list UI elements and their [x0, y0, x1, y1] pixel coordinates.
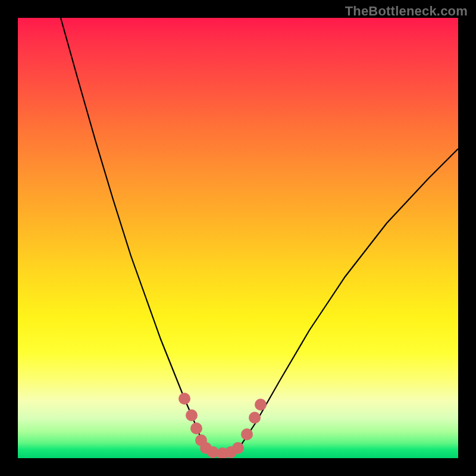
watermark-text: TheBottleneck.com	[345, 4, 468, 19]
marker-point	[190, 422, 202, 434]
marker-point	[178, 393, 190, 405]
marker-point	[241, 428, 253, 440]
chart-svg	[18, 18, 458, 458]
bottleneck-curve	[61, 18, 458, 453]
marker-point	[255, 399, 267, 411]
chart-area	[18, 18, 458, 458]
marker-point	[232, 442, 244, 454]
marker-point	[186, 409, 198, 421]
marker-point	[249, 412, 261, 424]
